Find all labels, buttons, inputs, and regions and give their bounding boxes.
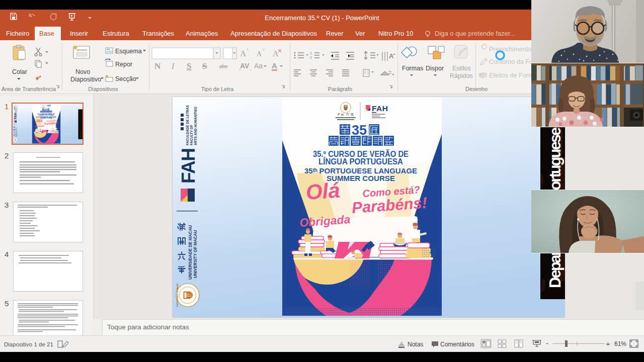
svg-text:Dispor: Dispor [426, 65, 444, 72]
svg-text:Comentários: Comentários [440, 341, 474, 348]
svg-text:Área de Transferência: Área de Transferência [2, 86, 56, 92]
svg-text:Novo: Novo [75, 68, 90, 75]
svg-text:+: + [606, 339, 610, 348]
svg-text:Contorno da For: Contorno da For [489, 58, 531, 65]
svg-text:-: - [546, 339, 548, 347]
svg-text:Diapositivo: Diapositivo [70, 76, 101, 83]
svg-text:abe: abe [219, 63, 228, 70]
svg-text:A: A [273, 49, 279, 58]
svg-text:Esquema: Esquema [115, 48, 142, 55]
svg-text:Notas: Notas [408, 341, 423, 348]
svg-text:S: S [187, 61, 191, 71]
svg-text:61%: 61% [614, 340, 626, 347]
svg-text:˅: ˅ [262, 47, 265, 52]
svg-text:Preenchimento: Preenchimento [489, 46, 531, 53]
svg-text:A: A [257, 50, 262, 58]
svg-text:Colar: Colar [12, 68, 27, 75]
svg-text:Parágrafo: Parágrafo [328, 86, 352, 92]
svg-text:N: N [154, 61, 161, 71]
svg-text:AV: AV [240, 62, 250, 70]
svg-text:Aa: Aa [254, 62, 263, 70]
svg-text:Secção: Secção [115, 75, 136, 82]
svg-text:S: S [202, 61, 207, 71]
svg-text:Efeitos de Form: Efeitos de Form [489, 72, 531, 79]
svg-text:Desenho: Desenho [465, 86, 488, 92]
svg-text:A: A [272, 61, 277, 70]
svg-text:Tipo de Letra: Tipo de Letra [201, 86, 234, 92]
svg-text:Rápidos: Rápidos [450, 72, 473, 79]
svg-text:Estilos: Estilos [452, 65, 471, 72]
svg-text:I: I [171, 62, 175, 70]
svg-text:2: 2 [310, 56, 312, 59]
svg-text:Diapositivos: Diapositivos [88, 86, 118, 92]
svg-text:Formas: Formas [402, 65, 423, 72]
svg-text:1: 1 [310, 51, 312, 55]
svg-text:Repor: Repor [115, 61, 132, 68]
svg-text:A: A [389, 52, 394, 60]
svg-text:˄: ˄ [246, 47, 249, 52]
